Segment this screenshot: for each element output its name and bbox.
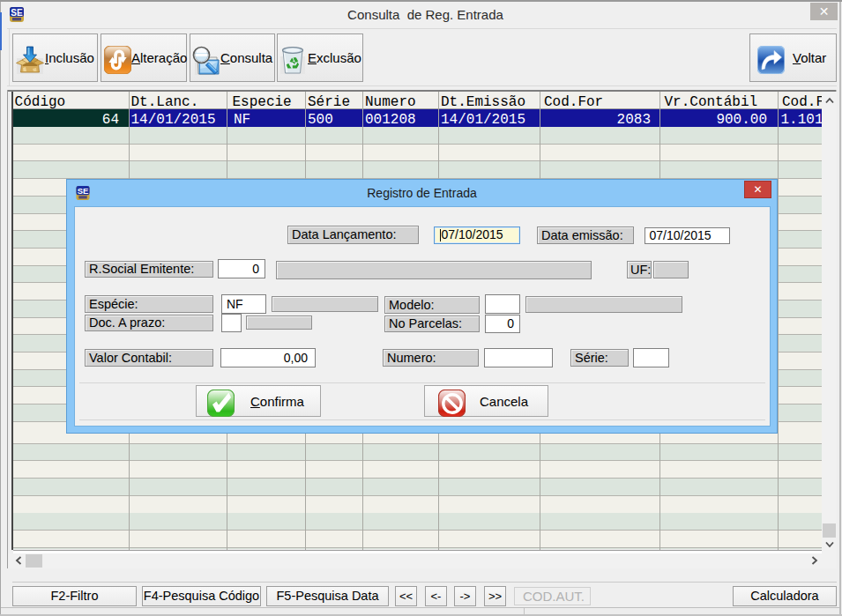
svg-text:SE: SE <box>11 8 23 18</box>
svg-text:SE: SE <box>78 186 89 196</box>
